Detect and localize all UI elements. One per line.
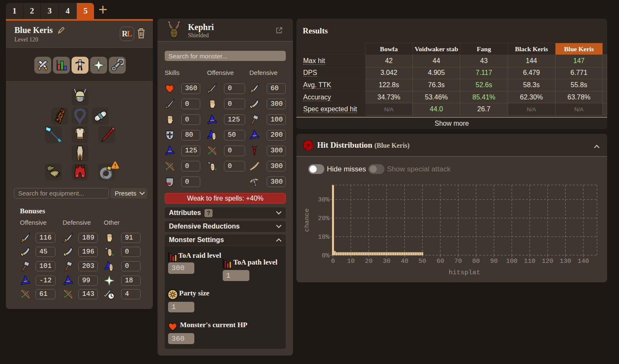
svg-text:chance: chance xyxy=(303,208,311,232)
svg-text:30: 30 xyxy=(383,258,390,265)
svg-text:70: 70 xyxy=(454,258,462,265)
svg-text:30%: 30% xyxy=(318,196,330,204)
svg-text:90: 90 xyxy=(490,258,498,265)
svg-text:80: 80 xyxy=(472,258,480,265)
svg-text:60: 60 xyxy=(437,258,444,265)
svg-text:10%: 10% xyxy=(318,234,330,241)
svg-text:110: 110 xyxy=(524,258,535,265)
svg-text:20%: 20% xyxy=(318,215,330,222)
svg-text:130: 130 xyxy=(560,258,571,265)
svg-text:140: 140 xyxy=(578,258,589,265)
svg-text:10: 10 xyxy=(347,258,355,265)
svg-text:50: 50 xyxy=(419,258,426,265)
svg-text:0: 0 xyxy=(331,258,335,265)
svg-text:0%: 0% xyxy=(322,252,330,259)
svg-text:40: 40 xyxy=(401,258,408,265)
svg-text:hitsplat: hitsplat xyxy=(449,269,480,276)
svg-text:20: 20 xyxy=(365,258,373,265)
svg-text:100: 100 xyxy=(506,258,517,265)
svg-text:120: 120 xyxy=(542,258,553,265)
